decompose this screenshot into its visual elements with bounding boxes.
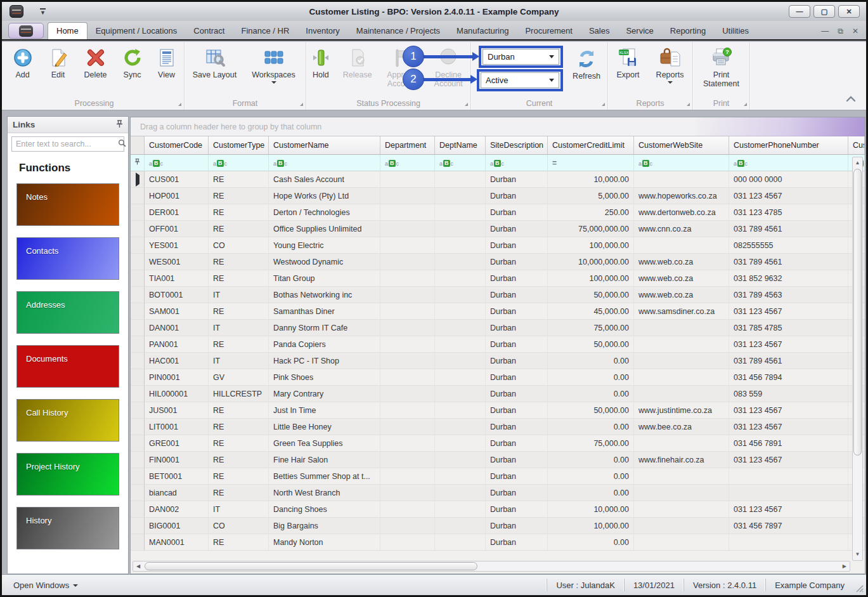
scroll-right-icon[interactable]: ▶ — [839, 563, 850, 569]
vertical-scrollbar[interactable]: ▲ ▼ — [852, 157, 863, 561]
ribbon-close-icon[interactable]: ✕ — [852, 27, 858, 36]
print-statement-button[interactable]: ? Print Statement — [695, 45, 748, 88]
tab-home[interactable]: Home — [48, 22, 87, 39]
group-by-bar[interactable]: Drag a column header here to group by th… — [131, 117, 865, 136]
table-row[interactable]: BIG0001COBig BargainsDurban10,000.00031 … — [131, 518, 865, 534]
table-row[interactable]: OFF001REOffice Supplies UnlimitedDurban7… — [131, 221, 865, 237]
table-row[interactable]: PAN001REPanda CopiersDurban50,000.00031 … — [131, 336, 865, 353]
tab-contract[interactable]: Contract — [185, 23, 233, 39]
pin-icon[interactable] — [116, 119, 123, 131]
scroll-down-icon[interactable]: ▼ — [853, 549, 862, 560]
tile-history[interactable]: History — [16, 507, 119, 549]
filter-cell-sitedescription[interactable]: aBc — [486, 155, 548, 171]
table-row[interactable]: DAN002ITDancing ShoesDurban10,000.00031 … — [131, 501, 865, 518]
table-row[interactable]: PIN0001GVPink ShoesDurban0.00031 456 789… — [131, 369, 865, 386]
collapse-ribbon-icon[interactable] — [846, 93, 856, 105]
approve-account-button[interactable]: Approve Account — [380, 45, 424, 88]
filter-cell-customertype[interactable]: aBc — [209, 155, 269, 171]
export-button[interactable]: XLSX Export — [610, 45, 647, 84]
table-row[interactable]: TIA001RETitan GroupDurban100,000.00www.w… — [131, 270, 865, 287]
column-header-deptname[interactable]: DeptName — [435, 136, 486, 155]
table-row[interactable]: YES001COYoung ElectricDurban100,000.0008… — [131, 237, 865, 254]
column-header-sitedescription[interactable]: SiteDescription — [486, 136, 548, 155]
column-header-customername[interactable]: CustomerName — [269, 136, 380, 155]
ribbon-restore-icon[interactable]: ⧉ — [838, 27, 843, 36]
table-row[interactable]: DER001REDerton / TechnologiesDurban250.0… — [131, 204, 865, 221]
maximize-button[interactable]: ▢ — [813, 5, 835, 18]
tab-finance-hr[interactable]: Finance / HR — [233, 23, 297, 39]
table-row[interactable]: HAC001ITHack PC - IT ShopDurban0.00031 7… — [131, 353, 865, 369]
save-layout-button[interactable]: Save Layout — [188, 45, 242, 84]
status-filter-dropdown[interactable]: Active — [481, 72, 559, 88]
table-row[interactable]: GRE001REGreen Tea SuppliesDurban75,000.0… — [131, 435, 865, 452]
edit-button[interactable]: Edit — [42, 45, 75, 79]
workspaces-button[interactable]: Workspaces — [245, 45, 303, 84]
minimize-button[interactable]: — — [789, 5, 810, 18]
reports-button[interactable]: Reports — [649, 45, 691, 84]
application-button[interactable] — [8, 23, 44, 39]
table-row[interactable]: WES001REWestwood DynamicDurban10,000,000… — [131, 254, 865, 270]
tile-project-history[interactable]: Project History — [16, 453, 119, 495]
tab-utilities[interactable]: Utilities — [714, 23, 757, 39]
table-row[interactable]: HOP001REHope Works (Pty) LtdDurban5,000.… — [131, 188, 865, 204]
table-row[interactable]: BET0001REBetties Summer Shop at t...Durb… — [131, 468, 865, 485]
table-row[interactable]: DAN001ITDanny Storm IT CafeDurban75,000.… — [131, 320, 865, 336]
ribbon-minimize-icon[interactable]: — — [821, 27, 829, 36]
table-row[interactable]: MAN0001REMandy NortonDurban0.00C — [131, 534, 865, 551]
release-button[interactable]: Release — [338, 45, 377, 88]
filter-cell-customerwebsite[interactable]: aBc — [634, 155, 729, 171]
table-row[interactable]: LIT0001RELittle Bee HoneyDurban0.00www.b… — [131, 419, 865, 435]
table-row[interactable]: HIL000001HILLCRESTPMary ContraryDurban0.… — [131, 386, 865, 402]
filter-cell-customercreditlimit[interactable]: = — [548, 155, 634, 171]
column-header-customerphonenumber[interactable]: CustomerPhoneNumber — [729, 136, 848, 155]
horizontal-scroll-thumb[interactable] — [145, 562, 477, 570]
tile-addresses[interactable]: Addresses — [16, 291, 119, 334]
table-row[interactable]: CUS001RECash Sales AccountDurban10,000.0… — [131, 171, 865, 188]
close-button[interactable]: ✕ — [838, 5, 860, 18]
tab-sales[interactable]: Sales — [581, 23, 618, 39]
table-row[interactable]: BOT0001ITBothas Networking incDurban50,0… — [131, 287, 865, 303]
add-button[interactable]: Add — [6, 45, 39, 79]
table-row[interactable]: SAM001RESamanthas DinerDurban45,000.00ww… — [131, 303, 865, 320]
column-header-customertype[interactable]: CustomerType — [209, 136, 269, 155]
tab-procurement[interactable]: Procurement — [517, 23, 580, 39]
resize-grip-icon[interactable] — [855, 584, 864, 593]
column-header-cus[interactable]: Cus — [848, 136, 865, 155]
search-input[interactable] — [16, 140, 118, 148]
tab-manufacturing[interactable]: Manufacturing — [448, 23, 517, 39]
tab-inventory[interactable]: Inventory — [297, 23, 347, 39]
column-header-department[interactable]: Department — [380, 136, 435, 155]
filter-cell-customercode[interactable]: aBc — [145, 155, 209, 171]
horizontal-scrollbar[interactable]: ◀ ▶ — [133, 561, 850, 572]
table-row[interactable]: FIN0001REFine Hair SalonDurban0.00www.fi… — [131, 452, 865, 468]
refresh-button[interactable]: Refresh — [567, 46, 606, 81]
site-filter-dropdown[interactable]: Durban — [483, 49, 559, 65]
open-windows-button[interactable]: Open Windows — [2, 581, 78, 590]
column-header-customercode[interactable]: CustomerCode — [145, 136, 209, 155]
filter-cell-customerphonenumber[interactable]: aBc — [729, 155, 848, 171]
table-row[interactable]: biancadRENorth West BranchDurban0.00C — [131, 485, 865, 501]
tab-equipment-locations[interactable]: Equipment / Locations — [87, 23, 186, 39]
sync-button[interactable]: Sync — [117, 45, 148, 79]
scroll-up-icon[interactable]: ▲ — [853, 158, 862, 168]
tile-call-history[interactable]: Call History — [16, 399, 119, 442]
search-icon[interactable] — [118, 138, 126, 150]
column-header-customerwebsite[interactable]: CustomerWebSite — [634, 136, 729, 155]
tile-contacts[interactable]: Contacts — [16, 237, 119, 280]
tile-documents[interactable]: Documents — [16, 345, 119, 388]
tab-reporting[interactable]: Reporting — [662, 23, 714, 39]
tab-maintenance-projects[interactable]: Maintenance / Projects — [348, 23, 448, 39]
filter-cell-department[interactable]: aBc — [380, 155, 435, 171]
tile-notes[interactable]: Notes — [16, 183, 119, 226]
table-row[interactable]: JUS001REJust In TimeDurban50,000.00www.j… — [131, 402, 865, 419]
tab-service[interactable]: Service — [618, 23, 661, 39]
delete-button[interactable]: Delete — [77, 45, 114, 79]
column-header-customercreditlimit[interactable]: CustomerCreditLimit — [548, 136, 634, 155]
scroll-left-icon[interactable]: ◀ — [133, 563, 143, 569]
vertical-scroll-thumb[interactable] — [853, 169, 862, 456]
view-button[interactable]: View — [151, 45, 183, 79]
hold-button[interactable]: Hold — [306, 45, 335, 88]
filter-cell-customername[interactable]: aBc — [269, 155, 380, 171]
filter-cell-deptname[interactable]: aBc — [435, 155, 486, 171]
decline-account-button[interactable]: Decline Account — [426, 45, 470, 88]
